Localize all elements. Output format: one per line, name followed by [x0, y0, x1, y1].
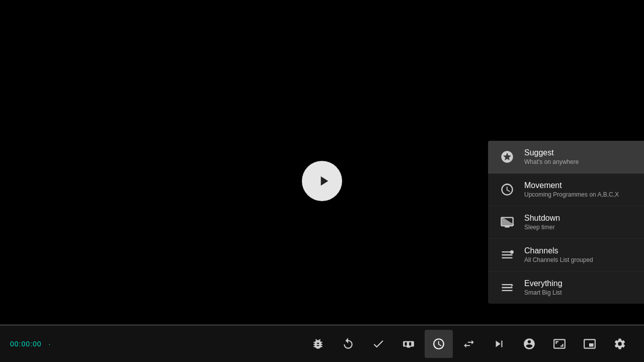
everything-menu-text: Everything Smart Big List: [524, 279, 562, 296]
channels-subtitle: All Channels List grouped: [524, 256, 593, 263]
shutdown-subtitle: Sleep timer: [524, 224, 560, 231]
shutdown-title: Shutdown: [524, 214, 560, 223]
svg-point-0: [510, 250, 514, 254]
channels-icon: [500, 248, 514, 262]
settings-button[interactable]: [606, 330, 634, 358]
skip-next-button[interactable]: [485, 330, 513, 358]
play-button-container: [302, 161, 342, 201]
skip-next-icon: [493, 337, 506, 350]
toolbar: 00:00:00 ·: [0, 326, 644, 362]
menu-item-suggest[interactable]: Suggest What's on anywhere: [488, 141, 644, 173]
shutdown-menu-icon: [498, 213, 516, 231]
pip-icon: [583, 337, 596, 350]
replay-icon: [342, 337, 355, 350]
aspect-ratio-button[interactable]: [545, 330, 574, 358]
channels-title: Channels: [524, 246, 593, 255]
menu-item-movement[interactable]: Movement Upcoming Programmes on A,B,C,X: [488, 173, 644, 206]
menu-item-shutdown[interactable]: Shutdown Sleep timer: [488, 206, 644, 239]
timecode: 00:00:00: [10, 340, 42, 348]
bug-button[interactable]: [304, 330, 332, 358]
toolbar-icons: [304, 330, 634, 358]
everything-subtitle: Smart Big List: [524, 289, 562, 296]
everything-title: Everything: [524, 279, 562, 288]
everything-icon: [500, 281, 514, 295]
menu-item-channels[interactable]: Channels All Channels List grouped: [488, 239, 644, 272]
movement-icon: [500, 183, 514, 197]
shutdown-menu-text: Shutdown Sleep timer: [524, 214, 560, 231]
shutdown-icon: [500, 215, 514, 229]
suggest-menu-text: Suggest What's on anywhere: [524, 148, 579, 165]
account-icon: [523, 337, 536, 350]
check-button[interactable]: [364, 330, 392, 358]
play-icon: [315, 173, 332, 189]
vr-button[interactable]: [394, 330, 423, 358]
movement-subtitle: Upcoming Programmes on A,B,C,X: [524, 191, 619, 198]
everything-menu-icon: [498, 279, 516, 297]
suggest-icon: [500, 150, 514, 164]
check-icon: [372, 337, 385, 350]
bug-icon: [311, 337, 325, 350]
aspect-ratio-icon: [553, 337, 566, 350]
waves-button[interactable]: [455, 330, 483, 358]
clock-icon: [432, 337, 445, 350]
suggest-subtitle: What's on anywhere: [524, 158, 579, 165]
waves-icon: [462, 337, 475, 350]
movement-title: Movement: [524, 181, 619, 190]
play-button[interactable]: [302, 161, 342, 201]
channels-menu-text: Channels All Channels List grouped: [524, 246, 593, 263]
channels-menu-icon: [498, 246, 516, 264]
vr-icon: [402, 337, 415, 350]
movement-menu-icon: [498, 180, 516, 199]
menu-item-everything[interactable]: Everything Smart Big List: [488, 272, 644, 304]
suggest-menu-icon: [498, 148, 516, 166]
movement-menu-text: Movement Upcoming Programmes on A,B,C,X: [524, 181, 619, 198]
side-menu: Suggest What's on anywhere Movement Upco…: [488, 141, 644, 304]
video-area: Suggest What's on anywhere Movement Upco…: [0, 0, 644, 362]
suggest-title: Suggest: [524, 148, 579, 157]
account-button[interactable]: [515, 330, 543, 358]
timecode-dot: ·: [49, 340, 51, 348]
settings-icon: [613, 337, 626, 350]
replay-button[interactable]: [334, 330, 362, 358]
pip-button[interactable]: [576, 330, 604, 358]
clock-button[interactable]: [425, 330, 453, 358]
